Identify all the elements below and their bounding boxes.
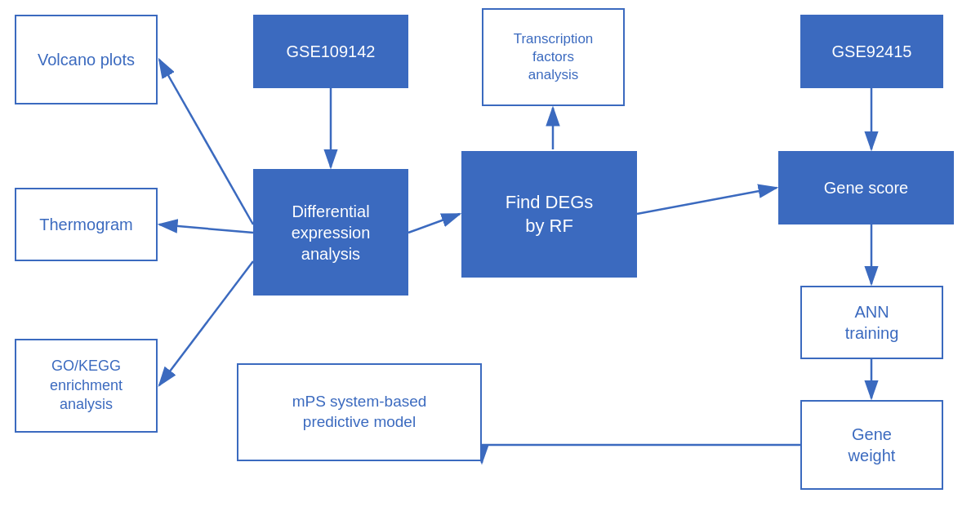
gse109142-box: GSE109142 <box>253 15 408 88</box>
gse92415-box: GSE92415 <box>800 15 943 88</box>
gene-score-box: Gene score <box>778 151 954 224</box>
svg-line-4 <box>159 224 253 233</box>
ann-training-box: ANNtraining <box>800 286 943 359</box>
find-degs-box: Find DEGsby RF <box>461 151 637 278</box>
gene-weight-box: Geneweight <box>800 400 943 490</box>
go-kegg-box: GO/KEGGenrichmentanalysis <box>15 339 158 433</box>
thermogram-box: Thermogram <box>15 188 158 261</box>
svg-line-3 <box>159 60 253 224</box>
mps-box: mPS system-basedpredictive model <box>237 363 482 461</box>
diff-expr-box: Differentialexpressionanalysis <box>253 169 408 296</box>
diagram: Volcano plots Thermogram GO/KEGGenrichme… <box>0 0 980 520</box>
svg-line-6 <box>408 214 460 233</box>
svg-line-8 <box>637 188 777 214</box>
volcano-plots-box: Volcano plots <box>15 15 158 104</box>
tf-analysis-box: Transcriptionfactorsanalysis <box>482 8 625 106</box>
